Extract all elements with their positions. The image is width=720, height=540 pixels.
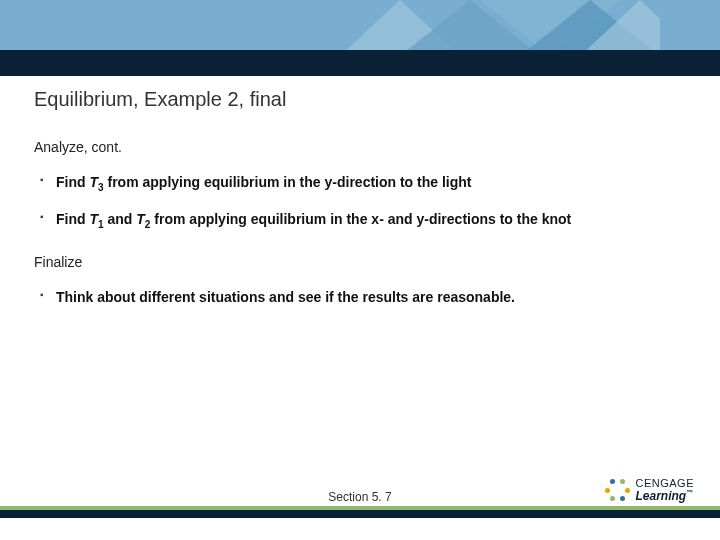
analyze-list: Find T3 from applying equilibrium in the… <box>34 165 686 240</box>
finalize-list: Think about different situations and see… <box>34 280 686 315</box>
brand-logo: CENGAGE Learning™ <box>607 478 694 502</box>
slide-title: Equilibrium, Example 2, final <box>34 88 686 111</box>
brand-line2: Learning™ <box>635 489 694 502</box>
slide: Equilibrium, Example 2, final Analyze, c… <box>0 0 720 540</box>
trademark: ™ <box>686 489 693 496</box>
brand-line1: CENGAGE <box>635 478 694 489</box>
text: from applying equilibrium in the x- and … <box>150 211 571 227</box>
var-T: T <box>89 211 98 227</box>
var-T: T <box>89 174 98 190</box>
text: and <box>104 211 137 227</box>
logo-text: CENGAGE Learning™ <box>635 478 694 502</box>
list-item: Find T1 and T2 from applying equilibrium… <box>34 202 686 239</box>
text: Find <box>56 174 89 190</box>
analyze-heading: Analyze, cont. <box>34 139 686 155</box>
content-area: Equilibrium, Example 2, final Analyze, c… <box>34 88 686 321</box>
text: Find <box>56 211 89 227</box>
header-band <box>0 0 720 56</box>
finalize-heading: Finalize <box>34 254 686 270</box>
header-darkbar <box>0 50 720 76</box>
list-item: Find T3 from applying equilibrium in the… <box>34 165 686 202</box>
list-item: Think about different situations and see… <box>34 280 686 315</box>
text: Think about different situations and see… <box>56 289 515 305</box>
logo-mark-icon <box>607 479 629 501</box>
var-T: T <box>136 211 145 227</box>
footer-bar <box>0 510 720 518</box>
text: from applying equilibrium in the y-direc… <box>104 174 472 190</box>
